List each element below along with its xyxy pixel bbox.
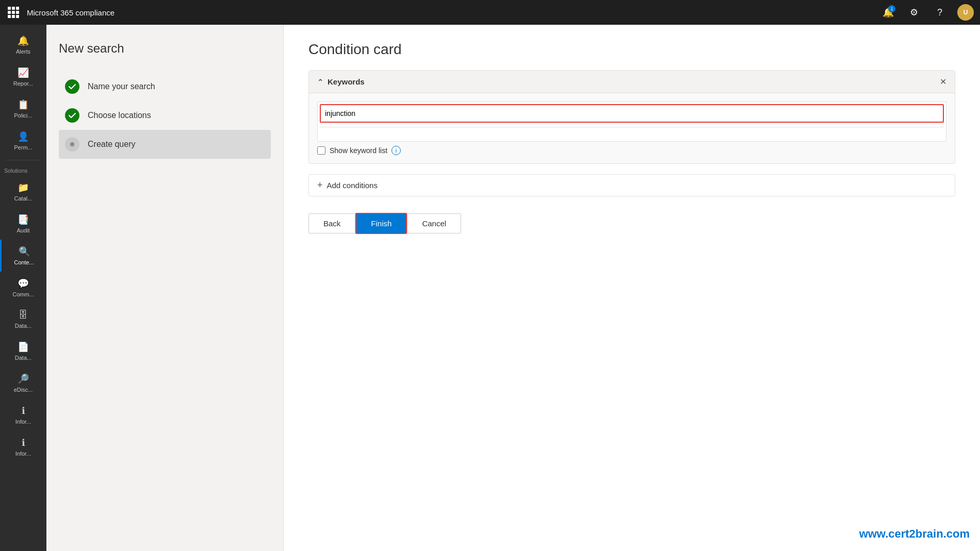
wizard-layout: New search Name your search Choose locat… xyxy=(46,25,980,551)
step-label-locations: Choose locations xyxy=(88,111,151,120)
ediscovery-icon: 🔎 xyxy=(18,373,29,385)
step-icon-query xyxy=(65,137,79,152)
reports-icon: 📈 xyxy=(18,67,29,78)
sidebar-item-alerts[interactable]: 🔔 Alerts xyxy=(0,29,46,61)
add-conditions-button[interactable]: + Add conditions xyxy=(308,174,955,196)
communication-icon: 💬 xyxy=(18,278,29,289)
sidebar-item-content[interactable]: 🔍 Conte... xyxy=(0,240,46,272)
waffle-menu[interactable] xyxy=(6,5,21,20)
sidebar-item-label: Perm... xyxy=(14,144,32,151)
back-button[interactable]: Back xyxy=(308,213,355,233)
topbar: Microsoft 365 compliance 🔔 1 ⚙ ? U xyxy=(0,0,980,25)
info-icon[interactable]: i xyxy=(391,146,401,155)
catalog-icon: 📁 xyxy=(18,182,29,193)
condition-card: ⌃ Keywords ✕ Show keyword list xyxy=(308,70,955,164)
solutions-section-label: Solutions xyxy=(0,163,46,176)
watermark: www.cert2brain.com xyxy=(859,527,970,541)
data1-icon: 🗄 xyxy=(19,310,28,321)
sidebar-item-policies[interactable]: 📋 Polici... xyxy=(0,93,46,125)
sidebar-item-label: Polici... xyxy=(14,112,32,119)
keywords-header-left: ⌃ Keywords xyxy=(317,77,365,86)
sidebar-item-label: Catal... xyxy=(14,195,32,202)
wizard-step-query[interactable]: Create query xyxy=(59,130,271,159)
sidebar-item-label: Comm... xyxy=(12,291,34,297)
keyword-inputs-wrapper xyxy=(317,102,946,142)
wizard-title: New search xyxy=(59,41,271,56)
step-icon-locations xyxy=(65,108,79,123)
svg-point-0 xyxy=(70,142,74,146)
help-icon[interactable]: ? xyxy=(932,4,948,21)
wizard-step-name[interactable]: Name your search xyxy=(59,72,271,101)
sidebar-item-communication[interactable]: 💬 Comm... xyxy=(0,272,46,304)
step-label-query: Create query xyxy=(88,140,136,149)
cancel-button[interactable]: Cancel xyxy=(407,213,461,233)
policies-icon: 📋 xyxy=(18,99,29,110)
sidebar-item-reports[interactable]: 📈 Repor... xyxy=(0,61,46,93)
step-label-name: Name your search xyxy=(88,82,155,91)
sidebar-item-ediscovery[interactable]: 🔎 eDisc... xyxy=(0,367,46,399)
show-keyword-label[interactable]: Show keyword list xyxy=(330,146,387,155)
collapse-icon[interactable]: ⌃ xyxy=(317,78,323,86)
sidebar-item-data1[interactable]: 🗄 Data... xyxy=(0,304,46,335)
finish-button[interactable]: Finish xyxy=(355,213,407,234)
sidebar-item-label: Audit xyxy=(17,227,29,233)
keyword-input[interactable] xyxy=(320,104,944,123)
action-buttons: Back Finish Cancel xyxy=(308,213,955,234)
main-content: New search Name your search Choose locat… xyxy=(46,25,980,551)
step-icon-name xyxy=(65,79,79,94)
condition-card-header: ⌃ Keywords ✕ xyxy=(309,71,955,93)
sidebar-item-label: Alerts xyxy=(16,48,30,55)
sidebar-item-label: Infor... xyxy=(15,450,31,457)
notification-count: 1 xyxy=(888,5,895,12)
content-icon: 🔍 xyxy=(19,246,30,257)
sidebar-item-permissions[interactable]: 👤 Perm... xyxy=(0,125,46,157)
card-close-button[interactable]: ✕ xyxy=(940,77,946,87)
data2-icon: 📄 xyxy=(18,341,29,353)
topbar-icons: 🔔 1 ⚙ ? U xyxy=(880,4,974,21)
sidebar: 🔔 Alerts 📈 Repor... 📋 Polici... 👤 Perm..… xyxy=(0,25,46,551)
alerts-icon: 🔔 xyxy=(18,35,29,46)
keyword-second-row[interactable] xyxy=(320,127,944,139)
user-avatar[interactable]: U xyxy=(957,4,974,21)
permissions-icon: 👤 xyxy=(18,131,29,142)
show-keyword-checkbox[interactable] xyxy=(317,146,325,155)
add-conditions-label: Add conditions xyxy=(327,181,378,190)
wizard-content: Condition card ⌃ Keywords ✕ xyxy=(284,25,980,551)
sidebar-item-label: Data... xyxy=(15,323,31,329)
sidebar-item-label: Conte... xyxy=(14,259,34,265)
wizard-step-locations[interactable]: Choose locations xyxy=(59,101,271,130)
sidebar-item-label: Data... xyxy=(15,355,31,361)
sidebar-item-label: Repor... xyxy=(13,80,34,87)
info2-icon: ℹ xyxy=(22,437,25,448)
sidebar-item-catalog[interactable]: 📁 Catal... xyxy=(0,176,46,208)
condition-card-title: Condition card xyxy=(308,41,955,58)
sidebar-item-data2[interactable]: 📄 Data... xyxy=(0,335,46,367)
audit-icon: 📑 xyxy=(18,214,29,225)
condition-card-body: Show keyword list i xyxy=(309,93,955,163)
sidebar-item-audit[interactable]: 📑 Audit xyxy=(0,208,46,240)
info1-icon: ℹ xyxy=(22,405,25,416)
wizard-nav: New search Name your search Choose locat… xyxy=(46,25,284,551)
plus-icon: + xyxy=(317,180,323,191)
sidebar-item-label: Infor... xyxy=(15,419,31,425)
app-title: Microsoft 365 compliance xyxy=(27,8,874,17)
keywords-label: Keywords xyxy=(328,77,365,86)
notification-bell[interactable]: 🔔 1 xyxy=(880,4,896,21)
sidebar-item-info1[interactable]: ℹ Infor... xyxy=(0,399,46,431)
show-keyword-row: Show keyword list i xyxy=(317,146,946,155)
settings-icon[interactable]: ⚙ xyxy=(906,4,922,21)
sidebar-item-label: eDisc... xyxy=(14,387,33,393)
sidebar-item-info2[interactable]: ℹ Infor... xyxy=(0,431,46,463)
layout: 🔔 Alerts 📈 Repor... 📋 Polici... 👤 Perm..… xyxy=(0,0,980,551)
sidebar-divider xyxy=(6,160,40,160)
